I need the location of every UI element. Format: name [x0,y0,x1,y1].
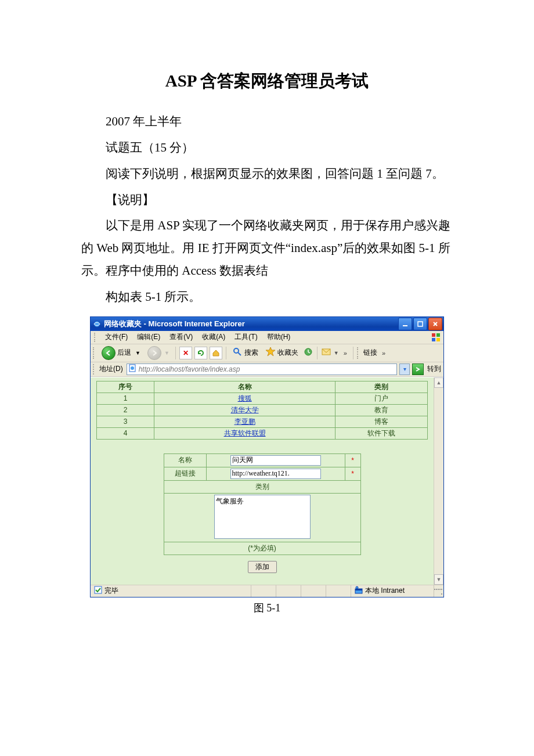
doc-title: ASP 含答案网络管理员考试 [81,70,453,93]
mail-button[interactable] [321,347,331,359]
table-row: 4 共享软件联盟 软件下载 [97,427,428,439]
col-header-name: 名称 [154,381,335,393]
form-link-input[interactable] [230,469,321,479]
required-note: (*为必填) [164,542,360,555]
table-row: 2 清华大学 教育 [97,404,428,416]
doc-line1: 2007 年上半年 [81,110,453,133]
search-icon [232,347,243,359]
back-dropdown-icon[interactable]: ▼ [133,350,140,356]
svg-rect-3 [432,333,435,337]
home-button[interactable] [210,347,222,359]
form-name-label: 名称 [164,453,206,467]
ie-window: 网络收藏夹 - Microsoft Internet Explorer 文件(F… [90,316,444,597]
doc-line6: 构如表 5-1 所示。 [81,286,453,308]
cell-index: 1 [97,393,154,404]
doc-line4: 【说明】 [81,189,453,211]
close-button[interactable] [428,318,442,330]
page-icon [128,364,136,374]
form-category-label: 类别 [164,480,360,493]
links-handle[interactable] [357,347,360,359]
form-link-label: 超链接 [164,467,206,480]
address-input[interactable]: http://localhost/favorite/index.asp [127,363,397,375]
doc-line3: 阅读下列说明，根据网页显示的效果图，回答问题 1 至问题 7。 [81,163,453,185]
menu-favorites[interactable]: 收藏(A) [197,331,230,343]
menu-file[interactable]: 文件(F) [100,331,132,343]
window-title: 网络收藏夹 - Microsoft Internet Explorer [104,319,398,329]
links-overflow[interactable]: » [380,350,388,357]
svg-rect-5 [432,338,435,341]
favorite-link[interactable]: 清华大学 [231,406,259,414]
status-zone: 本地 Intranet [365,586,405,596]
refresh-button[interactable] [194,347,207,359]
form-category-textarea[interactable] [214,495,311,539]
menubar: 文件(F) 编辑(E) 查看(V) 收藏(A) 工具(T) 帮助(H) [91,331,443,344]
search-button[interactable]: 搜索 [230,345,261,360]
svg-point-15 [356,586,358,589]
cell-index: 4 [97,427,154,439]
resize-grip[interactable] [434,586,443,596]
addressbar-handle[interactable] [93,364,96,375]
maximize-button[interactable] [413,318,427,330]
svg-point-0 [94,321,100,327]
scroll-up-button[interactable]: ▲ [434,377,443,388]
links-label[interactable]: 链接 [363,348,377,358]
table-row: 3 李亚鹏 博客 [97,416,428,427]
addressbar: 地址(D) http://localhost/favorite/index.as… [91,362,443,377]
svg-rect-6 [436,338,440,341]
cell-category: 软件下载 [335,427,428,439]
cell-category: 教育 [335,404,428,416]
cell-category: 博客 [335,416,428,427]
scroll-down-button[interactable]: ▼ [434,574,443,585]
forward-button[interactable]: ▼ [145,345,172,361]
menu-tools[interactable]: 工具(T) [230,331,262,343]
done-icon [94,586,102,596]
favorite-link[interactable]: 搜狐 [238,394,252,402]
titlebar: 网络收藏夹 - Microsoft Internet Explorer [91,317,443,331]
form-name-input[interactable] [230,455,321,466]
add-button[interactable]: 添加 [248,561,277,573]
go-label: 转到 [426,364,441,374]
required-mark: * [345,453,360,467]
stop-button[interactable]: ✕ [179,347,192,359]
menu-edit[interactable]: 编辑(E) [132,331,165,343]
cell-index: 2 [97,404,154,416]
cell-category: 门户 [335,393,428,404]
minimize-button[interactable] [398,318,412,330]
address-dropdown[interactable]: ▾ [399,363,410,375]
back-button[interactable]: 后退 ▼ [99,345,143,361]
figure-caption: 图 5-1 [81,601,453,615]
status-done: 完毕 [104,586,118,596]
svg-rect-12 [95,586,102,593]
forward-icon [147,346,161,360]
col-header-index: 序号 [97,381,154,393]
menu-help[interactable]: 帮助(H) [262,331,295,343]
scroll-track[interactable] [434,388,443,574]
svg-point-7 [234,348,239,353]
favorites-table: 序号 名称 类别 1 搜狐 门户 2 清华大学 教育 [96,381,428,440]
address-label: 地址(D) [99,364,124,374]
windows-flag-icon [431,332,441,343]
zone-icon [355,586,363,596]
menubar-handle[interactable] [94,333,97,342]
page-content: 序号 名称 类别 1 搜狐 门户 2 清华大学 教育 [91,377,434,585]
favorites-button[interactable]: 收藏夹 [263,345,301,360]
forward-dropdown-icon[interactable]: ▼ [163,350,169,356]
history-button[interactable] [303,347,313,359]
cell-index: 3 [97,416,154,427]
favorite-link[interactable]: 共享软件联盟 [224,429,266,437]
doc-line2: 试题五（15 分） [81,136,453,159]
svg-rect-14 [355,589,362,591]
toolbar-overflow[interactable]: » [341,350,349,357]
table-row: 1 搜狐 门户 [97,393,428,404]
toolbar-handle[interactable] [93,347,96,359]
add-form: 名称 * 超链接 * 类别 [164,453,361,573]
menu-view[interactable]: 查看(V) [165,331,197,343]
favorites-label: 收藏夹 [277,348,298,358]
required-mark: * [345,467,360,480]
col-header-category: 类别 [335,381,428,393]
vertical-scrollbar[interactable]: ▲ ▼ [434,377,443,585]
toolbar: 后退 ▼ ▼ ✕ 搜索 [91,344,443,362]
doc-line5: 以下是用 ASP 实现了一个网络收藏夹网页，用于保存用户感兴趣的 Web 网页地… [81,214,453,282]
go-button[interactable] [412,363,424,375]
favorite-link[interactable]: 李亚鹏 [234,417,255,426]
